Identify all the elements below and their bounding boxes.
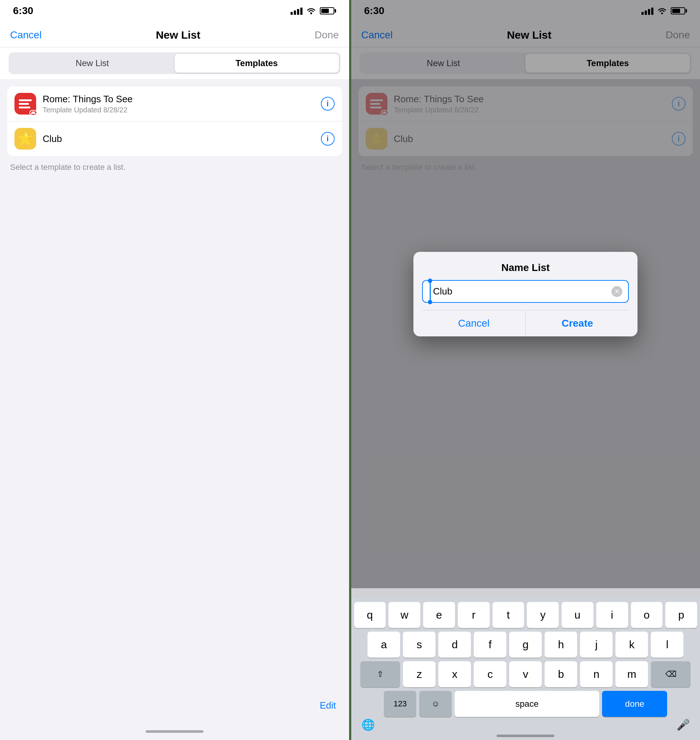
key-x[interactable]: x <box>438 661 471 687</box>
template-list-left: Rome: Things To See Template Updated 8/2… <box>7 87 342 156</box>
club-icon-left: ⭐ <box>15 128 36 150</box>
done-key[interactable]: done <box>602 691 667 717</box>
key-e[interactable]: e <box>423 602 455 628</box>
dialog-actions: Cancel Create <box>422 310 629 336</box>
key-d[interactable]: d <box>438 631 471 658</box>
space-key[interactable]: space <box>454 691 599 717</box>
svg-point-0 <box>310 13 312 15</box>
key-v[interactable]: v <box>509 661 542 687</box>
dialog-input-wrap[interactable]: ✕ <box>422 280 629 303</box>
page-title-left: New List <box>156 29 200 41</box>
template-sub-rome-left: Template Updated 8/28/22 <box>43 106 321 114</box>
dialog-cancel-button[interactable]: Cancel <box>422 310 525 336</box>
home-indicator-right <box>354 734 697 737</box>
globe-icon[interactable]: 🌐 <box>362 718 375 731</box>
key-g[interactable]: g <box>509 631 542 658</box>
info-btn-club-left[interactable]: i <box>321 132 335 145</box>
keyboard-row-bottom: 123 ☺ space done <box>354 691 697 717</box>
key-y[interactable]: y <box>527 602 559 628</box>
keyboard-row-2: a s d f g h j k l <box>354 631 697 658</box>
key-c[interactable]: c <box>474 661 506 687</box>
key-n[interactable]: n <box>580 661 613 687</box>
key-l[interactable]: l <box>651 631 683 658</box>
key-j[interactable]: j <box>580 631 613 658</box>
done-button-left[interactable]: Done <box>315 29 339 41</box>
key-f[interactable]: f <box>474 631 506 658</box>
delete-key[interactable]: ⌫ <box>651 661 691 687</box>
key-a[interactable]: a <box>368 631 400 658</box>
numbers-key[interactable]: 123 <box>384 691 416 717</box>
keyboard-row-1: q w e r t y u i o p <box>354 602 697 628</box>
segment-new-list-left[interactable]: New List <box>10 54 175 73</box>
battery-icon-left <box>320 7 336 15</box>
key-m[interactable]: m <box>615 661 648 687</box>
wifi-icon-left <box>306 7 316 15</box>
segment-control-left: New List Templates <box>0 47 349 79</box>
key-p[interactable]: p <box>665 602 697 628</box>
keyboard-row-3: ⇧ z x c v b n m ⌫ <box>354 661 697 687</box>
mic-icon[interactable]: 🎤 <box>676 718 690 731</box>
emoji-key[interactable]: ☺ <box>419 691 452 717</box>
key-b[interactable]: b <box>545 661 577 687</box>
cancel-button-left[interactable]: Cancel <box>10 29 41 41</box>
key-z[interactable]: z <box>403 661 435 687</box>
right-panel: 6:30 Cancel New List Done <box>351 0 700 740</box>
key-o[interactable]: o <box>631 602 663 628</box>
template-item-rome-left[interactable]: Rome: Things To See Template Updated 8/2… <box>7 87 342 121</box>
dialog-overlay: Name List ✕ Cancel Create <box>351 0 700 588</box>
keyboard: q w e r t y u i o p a s d f g h j k l ⇧ … <box>351 598 700 740</box>
clear-input-button[interactable]: ✕ <box>612 286 622 297</box>
key-t[interactable]: t <box>493 602 524 628</box>
key-w[interactable]: w <box>388 602 420 628</box>
home-indicator-left <box>146 730 203 733</box>
nav-bar-left: Cancel New List Done <box>0 22 349 47</box>
key-i[interactable]: i <box>596 602 628 628</box>
template-name-club-left: Club <box>43 133 321 145</box>
select-hint-left: Select a template to create a list. <box>0 156 349 179</box>
key-q[interactable]: q <box>354 602 386 628</box>
key-s[interactable]: s <box>403 631 435 658</box>
status-icons-left <box>291 7 336 15</box>
dialog-create-button[interactable]: Create <box>525 310 629 336</box>
template-item-club-left[interactable]: ⭐ Club i <box>7 121 342 156</box>
key-r[interactable]: r <box>458 602 490 628</box>
signal-icon-left <box>291 7 303 15</box>
status-time-left: 6:30 <box>13 5 33 17</box>
left-panel: 6:30 Cancel New List Done <box>0 0 351 740</box>
name-list-dialog: Name List ✕ Cancel Create <box>413 252 637 336</box>
template-name-rome-left: Rome: Things To See <box>43 94 321 105</box>
key-h[interactable]: h <box>545 631 577 658</box>
key-u[interactable]: u <box>562 602 593 628</box>
shift-key[interactable]: ⇧ <box>360 661 400 687</box>
cursor-handle-bottom <box>428 300 432 304</box>
rome-icon-left <box>15 93 36 115</box>
segment-templates-left[interactable]: Templates <box>175 54 339 73</box>
status-bar-left: 6:30 <box>0 0 349 22</box>
info-btn-rome-left[interactable]: i <box>321 97 335 110</box>
cursor-handle-top <box>428 279 432 283</box>
key-k[interactable]: k <box>615 631 648 658</box>
list-name-input[interactable] <box>429 286 612 297</box>
edit-button-left[interactable]: Edit <box>320 700 336 711</box>
keyboard-row-extra: 🌐 🎤 <box>354 717 697 731</box>
dialog-title: Name List <box>422 262 629 273</box>
